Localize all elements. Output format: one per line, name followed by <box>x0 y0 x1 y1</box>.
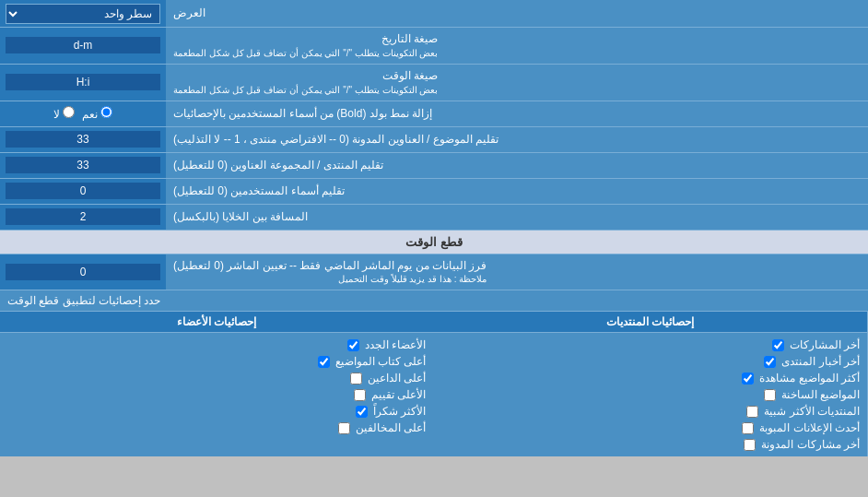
radio-no-label: لا <box>53 106 75 121</box>
header-row: العرض سطر واحد سطرين ثلاثة أسطر <box>0 0 868 28</box>
col1-header: إحصائيات الأعضاء <box>0 312 434 332</box>
list-item: المواضيع الساخنة <box>441 386 861 403</box>
radio-yes[interactable] <box>100 106 112 118</box>
checkbox-col2-2[interactable] <box>742 373 754 385</box>
list-item: أخر مشاركات المدونة <box>441 436 861 453</box>
checkboxes-body: أخر المشاركات أخر أخبار المنتدى أكثر الم… <box>0 333 868 456</box>
cell-spacing-input[interactable] <box>6 208 160 225</box>
cutoff-row: فرز البيانات من يوم الماشر الماضي فقط --… <box>0 254 868 291</box>
cell-spacing-input-cell <box>0 205 166 230</box>
cell-spacing-label: المسافة بين الخلايا (بالبكسل) <box>166 205 868 230</box>
display-select[interactable]: سطر واحد سطرين ثلاثة أسطر <box>6 4 160 24</box>
list-item: أحدث الإعلانات المبوبة <box>441 420 861 436</box>
topic-trim-row: تقليم الموضوع / العناوين المدونة (0 -- ا… <box>0 127 868 153</box>
cutoff-input-cell <box>0 254 166 290</box>
date-format-input-cell <box>0 28 166 64</box>
radio-no[interactable] <box>63 106 75 118</box>
username-trim-input[interactable] <box>6 183 160 199</box>
header-label: العرض <box>166 0 868 27</box>
checkboxes-header: إحصائيات المنتديات إحصائيات الأعضاء <box>0 312 868 333</box>
username-trim-label: تقليم أسماء المستخدمين (0 للتعطيل) <box>166 179 868 204</box>
topic-trim-input[interactable] <box>6 131 160 148</box>
cutoff-input[interactable] <box>6 264 160 280</box>
checkbox-col2-0[interactable] <box>772 339 784 351</box>
time-format-row: صيغة الوقت بعض التكوينات يتطلب "/" التي … <box>0 65 868 101</box>
bold-usernames-row: إزالة نمط بولد (Bold) من أسماء المستخدمي… <box>0 101 868 127</box>
list-item: أكثر المواضيع مشاهدة <box>441 370 861 386</box>
topic-trim-input-cell <box>0 127 166 152</box>
time-format-input[interactable] <box>6 74 160 90</box>
username-trim-input-cell <box>0 179 166 204</box>
list-item: أعلى كتاب المواضيع <box>7 353 427 370</box>
checkbox-col2-5[interactable] <box>742 422 754 434</box>
checkbox-col1-2[interactable] <box>350 373 362 385</box>
forum-trim-input[interactable] <box>6 157 160 173</box>
forum-trim-input-cell <box>0 153 166 178</box>
checkbox-col2-1[interactable] <box>764 356 776 368</box>
checkbox-col1-0[interactable] <box>347 339 359 351</box>
time-format-input-cell <box>0 65 166 101</box>
list-item: المنتديات الأكثر شبية <box>441 403 861 420</box>
radio-yes-label: نعم <box>82 106 112 121</box>
list-item: أعلى المخالفين <box>7 420 427 436</box>
checkbox-col1-3[interactable] <box>354 389 366 401</box>
date-format-input[interactable] <box>6 37 160 53</box>
checkboxes-col1: الأعضاء الجدد أعلى كتاب المواضيع أعلى ال… <box>0 333 434 456</box>
date-format-row: صيغة التاريخ بعض التكوينات يتطلب "/" الت… <box>0 28 868 65</box>
date-format-label: صيغة التاريخ بعض التكوينات يتطلب "/" الت… <box>166 28 868 64</box>
limit-label-row: حدد إحصائيات لتطبيق قطع الوقت <box>0 290 868 312</box>
forum-trim-label: تقليم المنتدى / المجموعة العناوين (0 للت… <box>166 153 868 178</box>
checkbox-col1-1[interactable] <box>318 356 330 368</box>
list-item: الأعلى تقييم <box>7 386 427 403</box>
bold-label: إزالة نمط بولد (Bold) من أسماء المستخدمي… <box>166 101 868 126</box>
checkbox-col2-6[interactable] <box>744 439 756 451</box>
checkbox-col2-3[interactable] <box>764 389 776 401</box>
bold-radio-cell: نعم لا <box>0 101 166 126</box>
col2-header: إحصائيات المنتديات <box>434 312 869 332</box>
checkbox-col1-5[interactable] <box>338 422 350 434</box>
list-item: أخر أخبار المنتدى <box>441 353 861 370</box>
cutoff-label: فرز البيانات من يوم الماشر الماضي فقط --… <box>166 254 868 290</box>
checkbox-col1-4[interactable] <box>356 406 368 418</box>
cutoff-section-header: قطع الوقت <box>0 231 868 254</box>
topic-trim-label: تقليم الموضوع / العناوين المدونة (0 -- ا… <box>166 127 868 152</box>
checkbox-col2-4[interactable] <box>746 406 758 418</box>
time-format-label: صيغة الوقت بعض التكوينات يتطلب "/" التي … <box>166 65 868 101</box>
forum-trim-row: تقليم المنتدى / المجموعة العناوين (0 للت… <box>0 153 868 179</box>
list-item: الأعضاء الجدد <box>7 337 427 353</box>
list-item: أخر المشاركات <box>441 337 861 353</box>
list-item: أعلى الداعين <box>7 370 427 386</box>
username-trim-row: تقليم أسماء المستخدمين (0 للتعطيل) <box>0 179 868 205</box>
checkboxes-col2: أخر المشاركات أخر أخبار المنتدى أكثر الم… <box>434 333 869 456</box>
cell-spacing-row: المسافة بين الخلايا (بالبكسل) <box>0 205 868 231</box>
dropdown-cell: سطر واحد سطرين ثلاثة أسطر <box>0 0 166 27</box>
list-item: الأكثر شكراً <box>7 403 427 420</box>
main-container: العرض سطر واحد سطرين ثلاثة أسطر صيغة الت… <box>0 0 868 456</box>
